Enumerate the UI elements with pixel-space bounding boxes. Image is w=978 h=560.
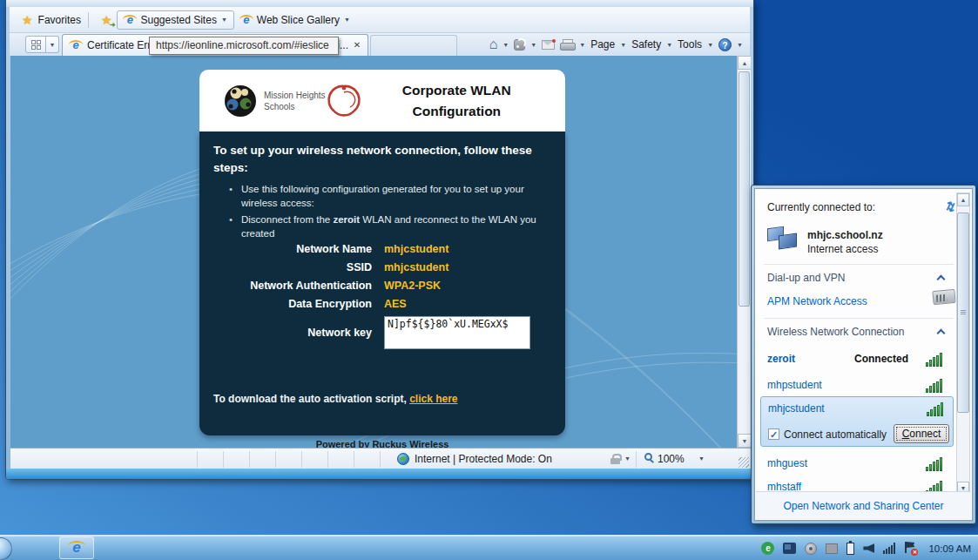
- tab-favicon: e: [70, 39, 82, 51]
- network-name: mhguest: [767, 457, 807, 469]
- start-button[interactable]: [0, 537, 12, 560]
- setting-label: SSID: [213, 261, 384, 273]
- powered-by: Powered by Ruckus Wireless: [199, 439, 565, 448]
- setting-value: WPA2-PSK: [384, 280, 441, 292]
- zoom-level[interactable]: 100%: [658, 453, 685, 465]
- window-top-strip: [6, 0, 753, 7]
- network-name: mhjcstudent: [768, 402, 825, 415]
- ruckus-link[interactable]: Powered by Ruckus Wireless: [316, 439, 449, 448]
- setting-value: mhjcstudent: [384, 261, 449, 273]
- connect-button[interactable]: Connect: [894, 424, 949, 443]
- download-text: To download the auto activation script,: [213, 393, 409, 405]
- chevron-down-icon[interactable]: ▼: [624, 455, 631, 462]
- connected-network-status: Internet access: [807, 243, 878, 255]
- safety-menu-button[interactable]: Safety: [631, 38, 661, 51]
- taskbar-ie-button[interactable]: e: [59, 536, 94, 559]
- device-tray-icon[interactable]: [805, 543, 817, 555]
- step-text: Use this following configuration generat…: [241, 182, 543, 210]
- volume-icon[interactable]: [863, 543, 874, 553]
- flyout-scrollbar[interactable]: ▲ ▼: [956, 192, 970, 496]
- browser-window: ★ Favorites ★ e Suggested Sites ▼ e Web …: [5, 0, 754, 480]
- bullet-icon: •: [229, 213, 241, 240]
- taskbar-clock[interactable]: 10:09 AM: [928, 543, 971, 554]
- network-computers-icon: [767, 226, 799, 252]
- divider: [764, 318, 954, 319]
- dialup-item-apm[interactable]: APM Network Access: [767, 295, 867, 307]
- add-to-favorites-bar-icon[interactable]: ★: [101, 13, 112, 27]
- resize-grip[interactable]: [739, 457, 749, 468]
- divider: [88, 12, 89, 28]
- network-key-label: Network key: [213, 316, 384, 339]
- setting-label: Data Encryption: [213, 298, 384, 310]
- connect-automatically-label: Connect automatically: [784, 428, 887, 441]
- tab-bar: ▼ e Certificate Err fi... ✕ https://ieon…: [10, 33, 750, 56]
- chevron-down-icon: ▼: [344, 17, 350, 23]
- favorites-bar: ★ Favorites ★ e Suggested Sites ▼ e Web …: [10, 7, 750, 33]
- background-tab[interactable]: [370, 35, 457, 56]
- display-tray-icon[interactable]: [826, 543, 838, 554]
- favorites-button[interactable]: Favorites: [38, 14, 81, 26]
- chevron-down-icon: ▼: [707, 42, 713, 48]
- suggested-sites-button[interactable]: e Suggested Sites ▼: [117, 10, 233, 30]
- scrollbar-thumb[interactable]: [957, 213, 969, 413]
- protected-mode-icon[interactable]: [610, 454, 621, 464]
- modem-icon: [932, 289, 955, 305]
- app-tray-icon[interactable]: [783, 543, 796, 554]
- printer-icon[interactable]: [560, 39, 574, 50]
- setting-row: Network Authentication WPA2-PSK: [213, 280, 551, 292]
- zoom-dropdown-icon[interactable]: ▼: [698, 455, 705, 462]
- scroll-down-icon[interactable]: ▼: [738, 434, 751, 448]
- action-center-flag-icon[interactable]: ✕: [904, 542, 916, 555]
- setting-label: Network Authentication: [213, 280, 384, 292]
- scrollbar-thumb[interactable]: [739, 71, 750, 307]
- read-mail-icon[interactable]: [542, 40, 555, 50]
- setup-step: • Use this following configuration gener…: [229, 182, 543, 210]
- signal-strength-icon: [926, 379, 942, 393]
- scroll-up-icon[interactable]: ▲: [957, 193, 969, 206]
- network-key-row: Network key N]pf${$}80`xU.MEGxX$: [213, 316, 551, 349]
- network-row-mhguest[interactable]: mhguest: [755, 452, 957, 476]
- web-slice-gallery-button[interactable]: e Web Slice Gallery ▼: [234, 11, 356, 29]
- download-line: To download the auto activation script, …: [213, 393, 551, 405]
- network-flyout-body: Currently connected to: ⇄ mhjc.school.nz…: [754, 188, 973, 521]
- zoom-magnifier-icon[interactable]: [644, 453, 652, 461]
- network-row-mhpstudent[interactable]: mhpstudent: [755, 374, 957, 398]
- setup-step: • Disconnect from the zeroit WLAN and re…: [229, 213, 543, 240]
- feed-dropdown-icon[interactable]: ▼: [530, 42, 536, 48]
- tab-title: Certificate Err: [87, 39, 151, 51]
- wireless-section-header[interactable]: Wireless Network Connection: [767, 326, 904, 338]
- favorites-star-icon: ★: [22, 13, 33, 27]
- rss-feed-icon[interactable]: [514, 39, 525, 51]
- web-slice-gallery-label: Web Slice Gallery: [257, 14, 340, 26]
- home-dropdown-icon[interactable]: ▼: [502, 42, 509, 48]
- connect-automatically-checkbox[interactable]: ✓: [768, 428, 779, 440]
- antivirus-tray-icon[interactable]: e: [761, 542, 774, 555]
- help-dropdown-icon[interactable]: ▼: [737, 42, 743, 48]
- dialup-section-header[interactable]: Dial-up and VPN: [767, 272, 845, 284]
- setting-row: Data Encryption AES: [213, 298, 551, 310]
- open-network-sharing-center-link[interactable]: Open Network and Sharing Center: [783, 500, 943, 512]
- network-row-zeroit[interactable]: zeroit Connected: [755, 347, 957, 372]
- collapse-icon[interactable]: [937, 329, 946, 338]
- page-menu-button[interactable]: Page: [590, 38, 615, 51]
- collapse-icon[interactable]: [937, 275, 946, 284]
- help-icon[interactable]: ?: [718, 38, 732, 51]
- network-row-mhjcstudent[interactable]: mhjcstudent ✓ Connect automatically Conn…: [760, 396, 954, 447]
- setting-value: AES: [384, 298, 407, 310]
- scroll-up-icon[interactable]: ▲: [738, 56, 751, 70]
- tab-close-icon[interactable]: ✕: [351, 39, 363, 51]
- tools-menu-button[interactable]: Tools: [678, 38, 702, 51]
- step-text: Disconnect from the zeroit WLAN and reco…: [241, 213, 543, 240]
- suggested-sites-label: Suggested Sites: [140, 14, 216, 26]
- quick-tabs-button[interactable]: [25, 36, 46, 53]
- home-icon[interactable]: ⌂: [489, 37, 498, 51]
- network-name: zeroit: [767, 353, 795, 365]
- network-key-field[interactable]: N]pf${$}80`xU.MEGxX$: [384, 316, 530, 349]
- click-here-link[interactable]: click here: [409, 393, 457, 405]
- network-signal-icon[interactable]: [883, 543, 895, 554]
- tab-list-dropdown-button[interactable]: ▼: [46, 36, 59, 53]
- print-dropdown-icon[interactable]: ▼: [579, 42, 585, 48]
- battery-icon[interactable]: [846, 543, 854, 555]
- school-name: Mission Heights Schools: [264, 90, 326, 112]
- browser-scrollbar[interactable]: ▲ ▼: [737, 56, 751, 448]
